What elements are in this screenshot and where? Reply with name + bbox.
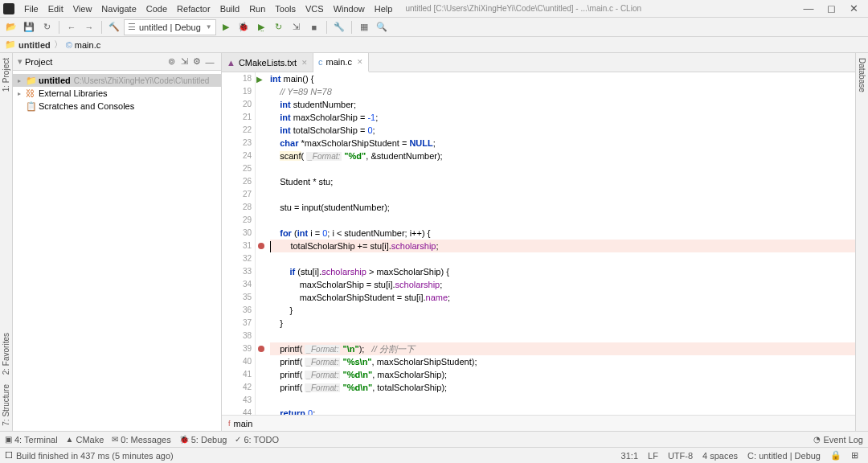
hide-icon[interactable]: — [203, 57, 216, 67]
favorites-tool-tab[interactable]: 2: Favorites [2, 328, 10, 379]
project-panel: ▾ Project ⊚ ⇲ ⚙ — ▸📁 untitled C:\Users\Z… [13, 53, 222, 431]
search-icon[interactable]: 🔍 [374, 19, 390, 35]
window-title: untitled [C:\Users\ZhiXingHeYi\Code\C\un… [405, 4, 641, 13]
bottom-tool-tabs: ▣4: Terminal▲ CMake✉0: Messages🐞5: Debug… [0, 431, 868, 447]
status-line-ending[interactable]: LF [648, 451, 658, 461]
minimize-button[interactable]: — [797, 2, 820, 14]
stop-icon[interactable]: ■ [306, 19, 322, 35]
tab-CMakeLists.txt[interactable]: ▲CMakeLists.txt✕ [222, 53, 313, 72]
status-encoding[interactable]: UTF-8 [668, 451, 693, 461]
save-icon[interactable]: 💾 [21, 19, 37, 35]
menu-bar: FileEditViewNavigateCodeRefactorBuildRun… [0, 0, 868, 18]
open-icon[interactable]: 📂 [3, 19, 19, 35]
config-icon: ☰ [128, 22, 136, 32]
breadcrumb-file[interactable]: main.c [75, 40, 100, 50]
code-area[interactable]: 18▶1920212223242526272829303132333435363… [222, 72, 855, 415]
gear-icon[interactable]: ⚙ [190, 56, 203, 67]
menu-navigate[interactable]: Navigate [96, 4, 141, 14]
right-tool-strip: Database [855, 53, 868, 431]
editor: ▲CMakeLists.txt✕cmain.c✕ 18▶192021222324… [222, 53, 855, 431]
breakpoint[interactable] [258, 243, 264, 249]
breadcrumb-bar: 📁 untitled 〉 © main.c [0, 37, 868, 53]
run-config-dropdown[interactable]: ☰ untitled | Debug ▼ [124, 19, 216, 35]
collapse-icon[interactable]: ⇲ [178, 56, 190, 67]
tab-main.c[interactable]: cmain.c✕ [313, 53, 369, 72]
status-bar: ☐ Build finished in 437 ms (5 minutes ag… [0, 447, 868, 463]
bottom-tab-debug[interactable]: 🐞5: Debug [179, 435, 227, 445]
editor-crumb: f main [222, 415, 855, 431]
project-tree: ▸📁 untitled C:\Users\ZhiXingHeYi\Code\C\… [13, 71, 221, 431]
menu-help[interactable]: Help [370, 4, 398, 14]
menu-vcs[interactable]: VCS [301, 4, 329, 14]
code-lines[interactable]: int main() { // Y=89 N=78 int studentNum… [267, 72, 855, 415]
menu-build[interactable]: Build [215, 4, 244, 14]
menu-window[interactable]: Window [329, 4, 370, 14]
debug-icon[interactable]: 🐞 [235, 19, 252, 35]
app-logo [3, 3, 14, 14]
menu-tools[interactable]: Tools [270, 4, 301, 14]
chevron-down-icon: ▼ [206, 23, 212, 31]
status-more-icon[interactable]: ⊞ [851, 450, 858, 461]
project-tool-tab[interactable]: 1: Project [2, 53, 10, 96]
editor-tabs: ▲CMakeLists.txt✕cmain.c✕ [222, 53, 855, 72]
close-tab-icon[interactable]: ✕ [357, 58, 363, 66]
coverage-icon[interactable]: ▶̤ [253, 19, 269, 35]
menu-refactor[interactable]: Refactor [172, 4, 215, 14]
forward-icon[interactable]: → [81, 19, 97, 35]
menu-edit[interactable]: Edit [43, 4, 68, 14]
status-indent[interactable]: 4 spaces [702, 451, 738, 461]
structure-tool-tab[interactable]: 7: Structure [2, 379, 10, 431]
c-file-icon: © [66, 40, 72, 50]
status-context[interactable]: C: untitled | Debug [747, 451, 821, 461]
left-tool-strip: 1: Project 2: Favorites 7: Structure [0, 53, 13, 431]
function-icon: f [228, 420, 231, 428]
project-header: ▾ Project ⊚ ⇲ ⚙ — [13, 53, 221, 71]
status-message: Build finished in 437 ms (5 minutes ago) [16, 451, 616, 461]
close-button[interactable]: ✕ [842, 2, 865, 14]
structure-icon[interactable]: ▦ [356, 19, 372, 35]
menu-run[interactable]: Run [244, 4, 270, 14]
tree-root[interactable]: ▸📁 untitled C:\Users\ZhiXingHeYi\Code\C\… [13, 74, 221, 87]
refresh-icon[interactable]: ↻ [39, 19, 55, 35]
maximize-button[interactable]: ◻ [820, 2, 842, 14]
menu-code[interactable]: Code [141, 4, 172, 14]
bottom-tab-messages[interactable]: ✉0: Messages [112, 435, 170, 445]
bottom-tab-terminal[interactable]: ▣4: Terminal [5, 435, 58, 445]
project-dropdown-icon[interactable]: ▾ [18, 56, 23, 67]
status-caret-pos[interactable]: 31:1 [621, 451, 638, 461]
attach-icon[interactable]: ⇲ [289, 19, 305, 35]
lock-icon[interactable]: 🔒 [830, 450, 841, 461]
database-tool-tab[interactable]: Database [858, 53, 866, 97]
target-icon[interactable]: ⊚ [165, 56, 178, 67]
folder-icon: 📁 [5, 39, 16, 50]
breakpoint[interactable] [258, 346, 264, 352]
back-icon[interactable]: ← [63, 19, 80, 35]
profile-icon[interactable]: ↻ [271, 19, 287, 35]
close-tab-icon[interactable]: ✕ [301, 59, 308, 67]
breakpoint-column[interactable] [256, 72, 267, 415]
tree-external-libs[interactable]: ▸⛓ External Libraries [13, 87, 221, 100]
bottom-tab-cmake[interactable]: ▲ CMake [66, 435, 104, 445]
run-icon[interactable]: ▶ [218, 19, 234, 35]
tree-scratches[interactable]: 📋 Scratches and Consoles [13, 100, 221, 113]
status-indicator-icon: ☐ [5, 450, 13, 461]
bottom-tab-todo[interactable]: ✓6: TODO [235, 435, 279, 445]
gutter[interactable]: 18▶1920212223242526272829303132333435363… [222, 72, 256, 415]
event-log-tab[interactable]: ◔Event Log [813, 435, 863, 445]
menu-view[interactable]: View [68, 4, 97, 14]
breadcrumb-project[interactable]: untitled [18, 40, 51, 50]
toolbar: 📂 💾 ↻ ← → 🔨 ☰ untitled | Debug ▼ ▶ 🐞 ▶̤ … [0, 18, 868, 37]
wrench-icon[interactable]: 🔧 [331, 19, 347, 35]
build-icon[interactable]: 🔨 [106, 19, 122, 35]
menu-file[interactable]: File [19, 4, 43, 14]
